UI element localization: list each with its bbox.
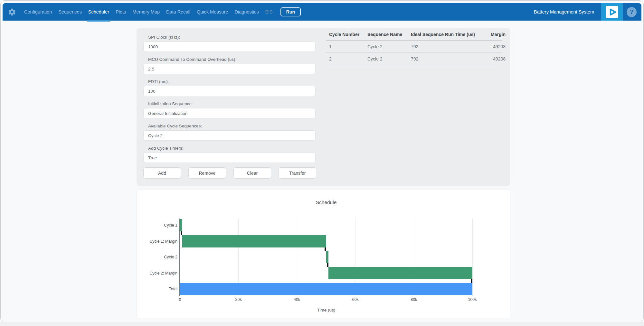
x-tick-100k: 100k [463,297,482,302]
chart-x-axis-label: Time (us) [180,308,472,312]
tab-scheduler[interactable]: Scheduler [85,3,112,21]
col-cycle-number: Cycle Number [329,32,367,37]
tab-quick-measure[interactable]: Quick Measure [194,3,232,21]
chart-bar-cycle-2[interactable] [326,251,328,263]
cell-sequence-name: Cycle 2 [367,44,411,49]
add-button[interactable]: Add [143,167,181,179]
tab-eis: EIS [262,3,276,21]
fdti-label: FDTI (ms): [148,79,169,85]
tab-configuration[interactable]: Configuration [21,3,55,21]
table-row[interactable]: 1 Cycle 2 792 49208 [326,41,502,53]
col-margin: Margin [477,32,506,37]
row-label-cycle-1: Cycle 1 [137,223,177,228]
transfer-button[interactable]: Transfer [279,167,316,179]
help-button[interactable]: ? [627,7,637,17]
init-sequence-label: Initialization Sequence: [148,101,193,107]
cycle-table-header: Cycle Number Sequence Name Ideal Sequenc… [326,28,502,41]
tab-data-recall[interactable]: Data Recall [163,3,194,21]
cycle-sequences-label: Available Cycle Sequences: [148,124,202,129]
nav-right-group: Battery Management System ? [534,3,641,21]
tab-memory-map[interactable]: Memory Map [129,3,163,21]
cycle-sequences-input[interactable] [143,130,316,141]
play-button[interactable] [601,3,623,21]
tab-sequences[interactable]: Sequences [55,3,85,21]
chart-bar-total[interactable] [180,283,472,295]
add-cycle-timers-label: Add Cycle Timers: [148,146,184,151]
clear-button[interactable]: Clear [233,167,271,179]
cell-ideal-run-time: 792 [411,56,477,61]
cell-cycle-number: 1 [329,44,367,49]
row-label-cycle-1-margin: Cycle 1: Margin [137,239,177,244]
cycle-table: Cycle Number Sequence Name Ideal Sequenc… [326,28,502,65]
row-label-cycle-2: Cycle 2 [137,255,177,260]
run-button[interactable]: Run [280,7,301,16]
bar-end-marker-cycle-1-margin [325,247,326,251]
col-sequence-name: Sequence Name [367,32,411,37]
col-ideal-run-time: Ideal Sequence Run Time (us) [411,32,477,37]
cell-ideal-run-time: 792 [411,44,477,49]
cell-sequence-name: Cycle 2 [367,56,411,61]
app-title: Battery Management System [534,9,594,14]
init-sequence-input[interactable] [143,108,316,118]
row-label-cycle-2-margin: Cycle 2: Margin [137,271,177,276]
fdti-input[interactable] [143,86,316,96]
mcu-overhead-label: MCU Command To Command Overhead (us): [148,57,236,62]
tab-diagnostics[interactable]: Diagnostics [231,3,262,21]
x-tick-20k: 20k [229,297,248,302]
cell-cycle-number: 2 [329,56,367,61]
mcu-overhead-input[interactable] [143,64,316,74]
cell-margin: 49208 [477,56,506,61]
x-tick-80k: 80k [404,297,423,302]
x-tick-40k: 40k [287,297,307,302]
add-cycle-timers-input[interactable] [143,153,316,163]
form-button-row: Add Remove Clear Transfer [143,167,316,179]
bar-end-marker-cycle-2-margin [471,279,472,283]
spi-clock-label: SPI Clock (kHz): [148,35,180,40]
scheduler-config-panel: SPI Clock (kHz): MCU Command To Command … [137,28,510,186]
spi-clock-input[interactable] [143,42,316,52]
row-label-total: Total [137,286,177,292]
play-icon [606,6,618,18]
x-tick-60k: 60k [346,297,365,302]
gear-icon[interactable] [8,8,16,16]
top-nav: Configuration Sequences Scheduler Plots … [3,3,641,21]
remove-button[interactable]: Remove [188,167,226,179]
schedule-chart-card: Schedule Cycle 1Cycle 1: MarginCycle 2Cy… [137,190,510,319]
chart-bar-cycle-2-margin[interactable] [328,267,472,279]
table-row[interactable]: 2 Cycle 2 792 49208 [326,53,502,65]
chart-bar-cycle-1[interactable] [180,219,182,231]
tab-plots[interactable]: Plots [112,3,129,21]
window-bottom-strip [0,322,644,326]
help-icon: ? [630,8,634,15]
schedule-chart[interactable]: Cycle 1Cycle 1: MarginCycle 2Cycle 2: Ma… [137,190,511,319]
app-window: Configuration Sequences Scheduler Plots … [0,0,644,322]
bar-end-marker-cycle-1 [181,231,182,235]
x-tick-0: 0 [170,297,190,302]
chart-bar-cycle-1-margin[interactable] [182,235,326,247]
cell-margin: 49208 [477,44,506,49]
bar-end-marker-cycle-2 [327,263,328,267]
